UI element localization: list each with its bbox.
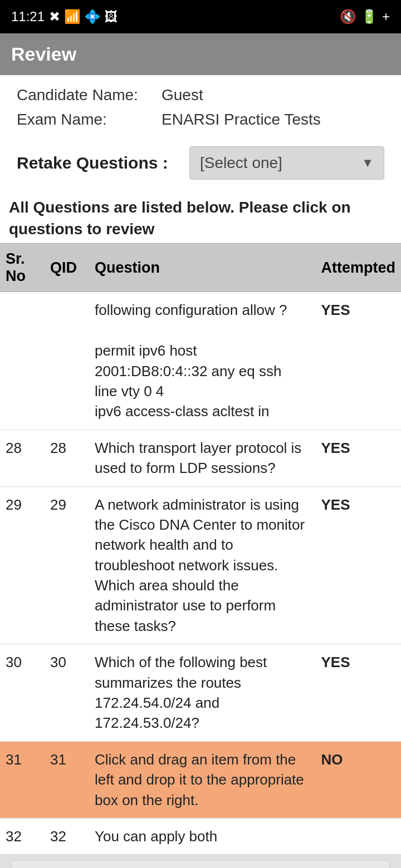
col-qid: QID <box>45 244 89 292</box>
cell-srno: 28 <box>0 430 45 486</box>
cell-srno: 29 <box>0 486 45 644</box>
cell-attempted: YES <box>316 486 402 644</box>
cell-qid: 30 <box>45 644 89 742</box>
table-row[interactable]: 2929A network administrator is using the… <box>0 486 401 644</box>
cell-srno: 32 <box>0 818 45 854</box>
cell-qid: 28 <box>45 430 89 486</box>
charging-icon: + <box>382 9 390 24</box>
app-header: Review <box>0 33 401 75</box>
mute-icon: 🔇 <box>340 9 356 24</box>
cell-qid: 31 <box>45 741 89 818</box>
exam-label: Exam Name: <box>17 111 162 129</box>
table-row[interactable]: 3131Click and drag an item from the left… <box>0 741 401 818</box>
col-attempted: Attempted <box>316 244 402 292</box>
notification-icons: ✖ 📶 💠 🖼 <box>49 9 118 24</box>
candidate-label: Candidate Name: <box>17 86 162 104</box>
cell-question: Which of the following best summarizes t… <box>89 644 316 742</box>
time-display: 11:21 <box>11 9 45 24</box>
exam-row: Exam Name: ENARSI Practice Tests <box>17 111 384 129</box>
instructions-text: All Questions are listed below. Please c… <box>0 191 401 243</box>
table-row[interactable]: 3030Which of the following best summariz… <box>0 644 401 742</box>
cell-qid: 29 <box>45 486 89 644</box>
candidate-value: Guest <box>162 86 203 104</box>
close-button-container: Close <box>0 855 401 868</box>
cell-qid: 32 <box>45 818 89 854</box>
status-right: 🔇 🔋 + <box>340 9 390 24</box>
retake-questions-row: Retake Questions : [Select one] ▼ <box>0 141 401 191</box>
table-row[interactable]: following configuration allow ? permit i… <box>0 292 401 430</box>
cell-question: following configuration allow ? permit i… <box>89 292 316 430</box>
chevron-down-icon: ▼ <box>361 156 374 170</box>
cell-question: Which transport layer protocol is used t… <box>89 430 316 486</box>
col-srno: Sr. No <box>0 244 45 292</box>
col-question: Question <box>89 244 316 292</box>
candidate-row: Candidate Name: Guest <box>17 86 384 104</box>
questions-table: Sr. No QID Question Attempted following … <box>0 243 401 855</box>
info-section: Candidate Name: Guest Exam Name: ENARSI … <box>0 75 401 141</box>
close-button[interactable]: Close <box>11 860 390 868</box>
table-row[interactable]: 3232You can apply both <box>0 818 401 854</box>
retake-select-dropdown[interactable]: [Select one] ▼ <box>189 146 384 180</box>
cell-question: You can apply both <box>89 818 316 854</box>
cell-attempted: YES <box>316 644 402 742</box>
cell-question: Click and drag an item from the left and… <box>89 741 316 818</box>
table-header-row: Sr. No QID Question Attempted <box>0 244 401 292</box>
cell-srno <box>0 292 45 430</box>
app-title: Review <box>11 43 76 65</box>
cell-attempted <box>316 818 402 854</box>
cell-attempted: NO <box>316 741 402 818</box>
status-bar: 11:21 ✖ 📶 💠 🖼 🔇 🔋 + <box>0 0 401 33</box>
cell-attempted: YES <box>316 430 402 486</box>
cell-srno: 31 <box>0 741 45 818</box>
table-row[interactable]: 2828Which transport layer protocol is us… <box>0 430 401 486</box>
cell-attempted: YES <box>316 292 402 430</box>
cell-srno: 30 <box>0 644 45 742</box>
status-left: 11:21 ✖ 📶 💠 🖼 <box>11 9 118 24</box>
retake-select-value: [Select one] <box>200 154 282 172</box>
battery-icon: 🔋 <box>361 9 378 24</box>
retake-label: Retake Questions : <box>17 154 189 172</box>
cell-question: A network administrator is using the Cis… <box>89 486 316 644</box>
cell-qid <box>45 292 89 430</box>
exam-value: ENARSI Practice Tests <box>162 111 321 129</box>
